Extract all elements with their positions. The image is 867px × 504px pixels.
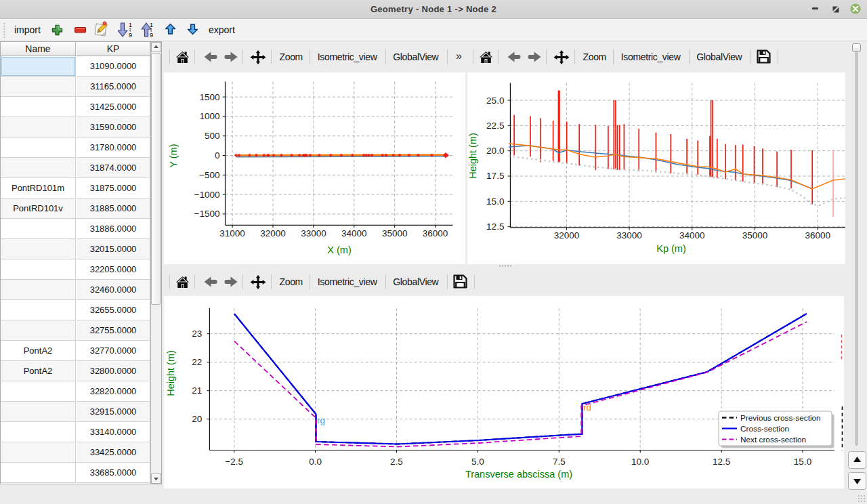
svg-text:20.0: 20.0: [486, 146, 504, 156]
svg-text:Transverse abscissa (m): Transverse abscissa (m): [465, 469, 572, 480]
svg-text:−2.5: −2.5: [225, 457, 243, 467]
svg-text:36000: 36000: [423, 228, 448, 238]
svg-text:12.5: 12.5: [713, 457, 730, 467]
svg-text:1500: 1500: [199, 92, 219, 102]
svg-text:33000: 33000: [616, 230, 642, 240]
svg-text:22: 22: [192, 357, 202, 367]
svg-text:Y (m): Y (m): [168, 144, 179, 167]
svg-text:32000: 32000: [260, 228, 286, 238]
svg-text:21: 21: [192, 385, 202, 396]
svg-text:10.0: 10.0: [631, 457, 649, 467]
svg-text:25.0: 25.0: [486, 96, 504, 106]
svg-text:Height (m): Height (m): [165, 350, 176, 396]
svg-text:−500: −500: [199, 170, 219, 180]
svg-text:1: 1: [129, 22, 132, 28]
svg-text:2.5: 2.5: [390, 457, 403, 467]
svg-text:Next cross-section: Next cross-section: [740, 435, 806, 444]
svg-text:35000: 35000: [382, 228, 408, 238]
svg-text:34000: 34000: [341, 228, 367, 238]
svg-text:5.0: 5.0: [471, 457, 484, 467]
svg-text:Height (m): Height (m): [467, 133, 478, 179]
svg-text:33000: 33000: [301, 228, 326, 238]
svg-text:35000: 35000: [742, 230, 768, 240]
svg-text:X (m): X (m): [327, 245, 351, 255]
svg-text:20: 20: [192, 414, 202, 424]
svg-text:0.0: 0.0: [309, 457, 322, 467]
svg-text:12.5: 12.5: [486, 222, 504, 232]
svg-text:31000: 31000: [219, 228, 245, 238]
svg-text:17.5: 17.5: [486, 171, 504, 181]
svg-text:32000: 32000: [554, 230, 580, 240]
svg-text:9: 9: [150, 32, 153, 39]
svg-text:Previous cross-section: Previous cross-section: [740, 413, 821, 423]
svg-text:15.0: 15.0: [794, 457, 811, 467]
svg-text:22.5: 22.5: [486, 121, 504, 131]
svg-text:9: 9: [129, 32, 132, 39]
svg-text:−1000: −1000: [194, 190, 220, 200]
svg-text:1000: 1000: [199, 111, 219, 121]
svg-text:34000: 34000: [679, 230, 705, 240]
svg-text:15.0: 15.0: [486, 196, 504, 207]
svg-text:rg: rg: [317, 415, 325, 425]
svg-text:Kp (m): Kp (m): [656, 243, 686, 254]
svg-text:0: 0: [215, 150, 220, 161]
svg-text:7.5: 7.5: [553, 457, 566, 467]
svg-text:23: 23: [192, 329, 202, 339]
svg-text:Cross-section: Cross-section: [740, 424, 789, 434]
svg-text:36000: 36000: [805, 230, 830, 240]
svg-text:rd: rd: [583, 402, 591, 413]
svg-text:−1500: −1500: [194, 209, 220, 219]
svg-text:1: 1: [150, 22, 153, 28]
svg-text:500: 500: [205, 131, 220, 141]
